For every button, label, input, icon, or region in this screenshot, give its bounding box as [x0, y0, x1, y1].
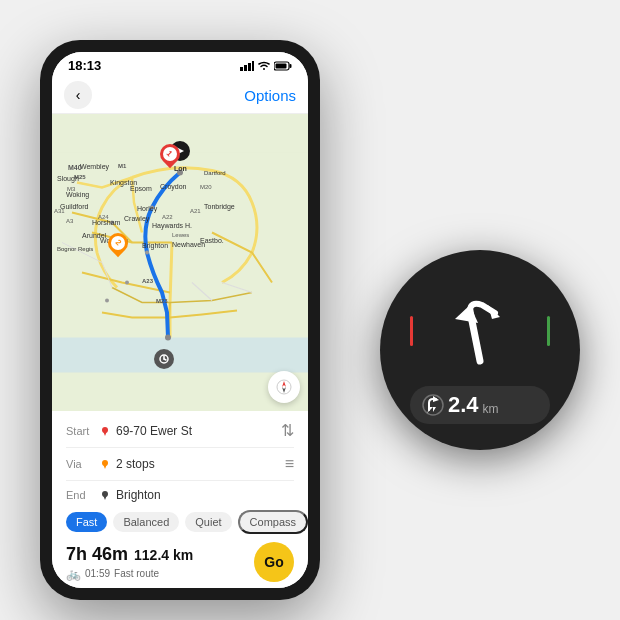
stop-2-marker: 2 — [108, 233, 130, 259]
svg-text:A23: A23 — [142, 278, 154, 284]
go-button[interactable]: Go — [254, 542, 294, 582]
reorder-button[interactable]: ⇅ — [281, 421, 294, 440]
svg-text:Epsom: Epsom — [130, 185, 152, 193]
svg-text:Woking: Woking — [66, 191, 89, 199]
svg-marker-62 — [455, 305, 478, 323]
svg-rect-6 — [276, 63, 287, 68]
device-bottom-info: 2.4 km — [410, 386, 550, 424]
scene: 18:13 — [20, 20, 600, 600]
svg-marker-56 — [103, 431, 107, 436]
svg-marker-58 — [103, 464, 107, 469]
svg-text:Horsham: Horsham — [92, 219, 121, 226]
svg-text:Horley: Horley — [137, 205, 158, 213]
svg-text:Arundel: Arundel — [82, 232, 107, 239]
via-value: 2 stops — [116, 457, 155, 471]
svg-text:Dartford: Dartford — [204, 170, 226, 176]
end-pin-icon — [100, 490, 110, 500]
phone: 18:13 — [40, 40, 320, 600]
svg-point-19 — [105, 299, 109, 303]
bike-icon: 🚲 — [66, 567, 81, 581]
end-value: Brighton — [116, 488, 161, 502]
svg-text:A31: A31 — [54, 208, 65, 214]
divider-2 — [66, 480, 294, 481]
svg-rect-2 — [248, 63, 251, 71]
svg-text:Brighton: Brighton — [142, 242, 168, 250]
compass-button[interactable] — [268, 371, 300, 403]
svg-text:Bognor Regis: Bognor Regis — [57, 246, 93, 252]
svg-text:Slough: Slough — [57, 175, 79, 183]
svg-marker-60 — [103, 495, 107, 500]
svg-text:Wembley: Wembley — [80, 163, 110, 171]
route-info: Start 69-70 Ewer St ⇅ Via — [66, 421, 294, 502]
svg-rect-5 — [290, 64, 292, 68]
svg-text:Croydon: Croydon — [160, 183, 187, 191]
svg-text:A21: A21 — [190, 208, 201, 214]
sub-time: 01:59 — [85, 568, 110, 579]
svg-line-51 — [164, 359, 166, 360]
tab-compass[interactable]: Compass — [238, 510, 308, 534]
svg-text:A24: A24 — [98, 214, 109, 220]
svg-rect-0 — [240, 67, 243, 71]
via-label: Via — [66, 458, 94, 470]
sub-desc: Fast route — [114, 568, 159, 579]
svg-text:A3: A3 — [66, 218, 74, 224]
device-left-indicator — [410, 316, 413, 346]
duration-stat: 7h 46m — [66, 544, 128, 565]
device-distance-value: 2.4 — [448, 392, 479, 418]
back-button[interactable]: ‹ — [64, 81, 92, 109]
phone-screen: 18:13 — [52, 52, 308, 588]
svg-text:Eastbo.: Eastbo. — [200, 237, 224, 244]
svg-point-20 — [165, 335, 171, 341]
device-unit-label: km — [483, 402, 499, 416]
end-marker — [154, 349, 174, 369]
start-pin-icon — [100, 426, 110, 436]
svg-rect-1 — [244, 65, 247, 71]
menu-icon[interactable]: ≡ — [285, 455, 294, 473]
main-stats: 7h 46m 112.4 km — [66, 544, 193, 565]
tab-quiet[interactable]: Quiet — [185, 512, 231, 532]
distance-stat: 112.4 km — [134, 547, 193, 563]
device-display: 2.4 km — [380, 250, 580, 450]
svg-text:Haywards H.: Haywards H. — [152, 222, 192, 230]
nav-title[interactable]: Options — [244, 87, 296, 104]
device-arrow-area — [380, 276, 580, 386]
svg-text:Crawley: Crawley — [124, 215, 150, 223]
end-label: End — [66, 489, 94, 501]
sub-stats: 🚲 01:59 Fast route — [66, 567, 193, 581]
end-info-line: End Brighton — [66, 488, 294, 502]
wifi-icon — [258, 61, 270, 71]
svg-text:M1: M1 — [118, 163, 127, 169]
route-tabs: Fast Balanced Quiet Compass — [66, 510, 294, 534]
svg-text:M23: M23 — [156, 298, 168, 304]
start-label: Start — [66, 425, 94, 437]
route-stats: 7h 46m 112.4 km 🚲 01:59 Fast route Go — [66, 542, 294, 582]
start-value: 69-70 Ewer St — [116, 424, 192, 438]
turn-arrow-icon — [440, 291, 520, 371]
bottom-panel: Start 69-70 Ewer St ⇅ Via — [52, 411, 308, 588]
start-info-line: Start 69-70 Ewer St ⇅ — [66, 421, 294, 440]
svg-text:Tonbridge: Tonbridge — [204, 203, 235, 211]
nav-bar: ‹ Options — [52, 77, 308, 114]
svg-point-18 — [125, 281, 129, 285]
status-bar: 18:13 — [52, 52, 308, 77]
device-turn-icon — [422, 394, 444, 416]
via-info-line: Via 2 stops ≡ — [66, 455, 294, 473]
status-time: 18:13 — [68, 58, 101, 73]
svg-rect-8 — [52, 338, 308, 373]
svg-text:M20: M20 — [200, 184, 212, 190]
cycling-device: 2.4 km — [380, 250, 580, 450]
tab-balanced[interactable]: Balanced — [113, 512, 179, 532]
svg-text:A22: A22 — [162, 214, 173, 220]
stop-1-marker: 1 — [160, 144, 182, 170]
map-container[interactable]: M40 M25 M1 A23 M23 Wembley Slough — [52, 114, 308, 411]
svg-text:Kingston: Kingston — [110, 179, 137, 187]
svg-text:Lewes: Lewes — [172, 232, 189, 238]
via-pin-icon — [100, 459, 110, 469]
tab-fast[interactable]: Fast — [66, 512, 107, 532]
status-icons — [240, 61, 292, 71]
battery-icon — [274, 61, 292, 71]
svg-point-17 — [145, 251, 149, 255]
signal-icon — [240, 61, 254, 71]
svg-text:M3: M3 — [67, 186, 76, 192]
svg-rect-3 — [252, 61, 254, 71]
